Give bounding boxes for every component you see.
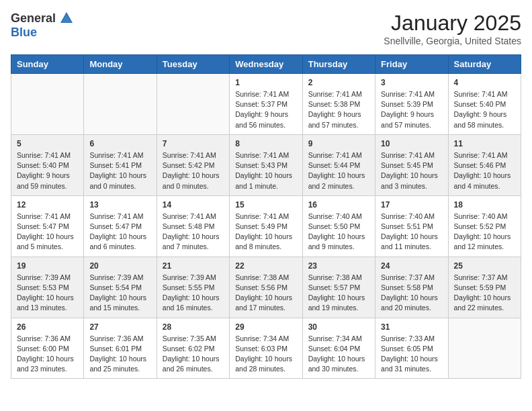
table-row: 15Sunrise: 7:41 AM Sunset: 5:49 PM Dayli… bbox=[230, 195, 302, 257]
day-info: Sunrise: 7:39 AM Sunset: 5:55 PM Dayligh… bbox=[163, 273, 224, 314]
title-block: January 2025 Snellville, Georgia, United… bbox=[384, 11, 521, 46]
day-info: Sunrise: 7:41 AM Sunset: 5:43 PM Dayligh… bbox=[235, 150, 296, 191]
day-info: Sunrise: 7:33 AM Sunset: 6:05 PM Dayligh… bbox=[381, 334, 442, 375]
day-number: 19 bbox=[17, 261, 78, 271]
table-row: 23Sunrise: 7:38 AM Sunset: 5:57 PM Dayli… bbox=[302, 257, 375, 318]
table-row: 30Sunrise: 7:34 AM Sunset: 6:04 PM Dayli… bbox=[302, 318, 375, 379]
day-info: Sunrise: 7:41 AM Sunset: 5:37 PM Dayligh… bbox=[235, 89, 296, 130]
table-row: 16Sunrise: 7:40 AM Sunset: 5:50 PM Dayli… bbox=[302, 195, 375, 257]
day-info: Sunrise: 7:35 AM Sunset: 6:02 PM Dayligh… bbox=[163, 334, 224, 375]
day-number: 24 bbox=[381, 261, 442, 271]
table-row: 26Sunrise: 7:36 AM Sunset: 6:00 PM Dayli… bbox=[11, 318, 84, 379]
day-number: 11 bbox=[454, 139, 515, 148]
table-row bbox=[11, 74, 84, 135]
day-info: Sunrise: 7:41 AM Sunset: 5:48 PM Dayligh… bbox=[163, 212, 224, 253]
day-info: Sunrise: 7:39 AM Sunset: 5:53 PM Dayligh… bbox=[17, 273, 78, 314]
day-number: 15 bbox=[235, 200, 296, 210]
day-number: 16 bbox=[308, 200, 369, 210]
table-row: 9Sunrise: 7:41 AM Sunset: 5:44 PM Daylig… bbox=[302, 134, 375, 195]
table-row: 31Sunrise: 7:33 AM Sunset: 6:05 PM Dayli… bbox=[375, 318, 448, 379]
logo-general-text: General bbox=[11, 11, 56, 26]
table-row bbox=[84, 74, 157, 135]
day-number: 23 bbox=[308, 261, 369, 271]
day-info: Sunrise: 7:41 AM Sunset: 5:40 PM Dayligh… bbox=[454, 89, 515, 130]
table-row: 2Sunrise: 7:41 AM Sunset: 5:38 PM Daylig… bbox=[302, 74, 375, 135]
day-number: 5 bbox=[17, 139, 78, 148]
table-row: 25Sunrise: 7:37 AM Sunset: 5:59 PM Dayli… bbox=[448, 257, 521, 318]
table-row: 1Sunrise: 7:41 AM Sunset: 5:37 PM Daylig… bbox=[230, 74, 302, 135]
day-info: Sunrise: 7:41 AM Sunset: 5:44 PM Dayligh… bbox=[308, 150, 369, 191]
day-number: 14 bbox=[163, 200, 224, 210]
logo: General Blue bbox=[11, 11, 74, 40]
day-number: 12 bbox=[17, 200, 78, 210]
day-info: Sunrise: 7:41 AM Sunset: 5:40 PM Dayligh… bbox=[17, 150, 78, 191]
day-info: Sunrise: 7:41 AM Sunset: 5:46 PM Dayligh… bbox=[454, 150, 515, 191]
day-number: 9 bbox=[308, 139, 369, 148]
day-number: 28 bbox=[163, 322, 224, 332]
day-number: 25 bbox=[454, 261, 515, 271]
day-info: Sunrise: 7:41 AM Sunset: 5:42 PM Dayligh… bbox=[163, 150, 224, 191]
table-row: 24Sunrise: 7:37 AM Sunset: 5:58 PM Dayli… bbox=[375, 257, 448, 318]
table-row: 10Sunrise: 7:41 AM Sunset: 5:45 PM Dayli… bbox=[375, 134, 448, 195]
day-info: Sunrise: 7:41 AM Sunset: 5:41 PM Dayligh… bbox=[89, 150, 150, 191]
day-number: 3 bbox=[381, 78, 442, 87]
day-info: Sunrise: 7:34 AM Sunset: 6:04 PM Dayligh… bbox=[308, 334, 369, 375]
header-tuesday: Tuesday bbox=[157, 55, 229, 74]
logo-icon bbox=[59, 11, 74, 26]
calendar-header-row: Sunday Monday Tuesday Wednesday Thursday… bbox=[11, 55, 521, 74]
day-info: Sunrise: 7:37 AM Sunset: 5:58 PM Dayligh… bbox=[381, 273, 442, 314]
day-info: Sunrise: 7:36 AM Sunset: 6:01 PM Dayligh… bbox=[89, 334, 150, 375]
logo-blue-text: Blue bbox=[11, 26, 37, 39]
table-row: 4Sunrise: 7:41 AM Sunset: 5:40 PM Daylig… bbox=[448, 74, 521, 135]
day-info: Sunrise: 7:41 AM Sunset: 5:38 PM Dayligh… bbox=[308, 89, 369, 130]
calendar-table: Sunday Monday Tuesday Wednesday Thursday… bbox=[11, 54, 521, 379]
table-row bbox=[448, 318, 521, 379]
day-info: Sunrise: 7:37 AM Sunset: 5:59 PM Dayligh… bbox=[454, 273, 515, 314]
day-number: 2 bbox=[308, 78, 369, 87]
day-number: 18 bbox=[454, 200, 515, 210]
location-text: Snellville, Georgia, United States bbox=[384, 36, 521, 46]
day-number: 7 bbox=[163, 139, 224, 148]
header-thursday: Thursday bbox=[302, 55, 375, 74]
day-number: 1 bbox=[235, 78, 296, 87]
table-row: 29Sunrise: 7:34 AM Sunset: 6:03 PM Dayli… bbox=[230, 318, 302, 379]
table-row: 19Sunrise: 7:39 AM Sunset: 5:53 PM Dayli… bbox=[11, 257, 84, 318]
header-friday: Friday bbox=[375, 55, 448, 74]
table-row: 6Sunrise: 7:41 AM Sunset: 5:41 PM Daylig… bbox=[84, 134, 157, 195]
day-info: Sunrise: 7:36 AM Sunset: 6:00 PM Dayligh… bbox=[17, 334, 78, 375]
day-info: Sunrise: 7:40 AM Sunset: 5:52 PM Dayligh… bbox=[454, 212, 515, 253]
page-header: General Blue January 2025 Snellville, Ge… bbox=[11, 11, 521, 46]
day-number: 17 bbox=[381, 200, 442, 210]
day-number: 21 bbox=[163, 261, 224, 271]
calendar-week-row: 1Sunrise: 7:41 AM Sunset: 5:37 PM Daylig… bbox=[11, 74, 521, 135]
day-info: Sunrise: 7:38 AM Sunset: 5:57 PM Dayligh… bbox=[308, 273, 369, 314]
day-info: Sunrise: 7:40 AM Sunset: 5:51 PM Dayligh… bbox=[381, 212, 442, 253]
day-info: Sunrise: 7:39 AM Sunset: 5:54 PM Dayligh… bbox=[89, 273, 150, 314]
day-number: 31 bbox=[381, 322, 442, 332]
table-row: 22Sunrise: 7:38 AM Sunset: 5:56 PM Dayli… bbox=[230, 257, 302, 318]
calendar-week-row: 26Sunrise: 7:36 AM Sunset: 6:00 PM Dayli… bbox=[11, 318, 521, 379]
day-number: 29 bbox=[235, 322, 296, 332]
table-row: 5Sunrise: 7:41 AM Sunset: 5:40 PM Daylig… bbox=[11, 134, 84, 195]
table-row: 28Sunrise: 7:35 AM Sunset: 6:02 PM Dayli… bbox=[157, 318, 229, 379]
table-row: 14Sunrise: 7:41 AM Sunset: 5:48 PM Dayli… bbox=[157, 195, 229, 257]
day-info: Sunrise: 7:41 AM Sunset: 5:47 PM Dayligh… bbox=[17, 212, 78, 253]
table-row: 3Sunrise: 7:41 AM Sunset: 5:39 PM Daylig… bbox=[375, 74, 448, 135]
day-number: 27 bbox=[89, 322, 150, 332]
header-wednesday: Wednesday bbox=[230, 55, 302, 74]
day-info: Sunrise: 7:40 AM Sunset: 5:50 PM Dayligh… bbox=[308, 212, 369, 253]
day-number: 20 bbox=[89, 261, 150, 271]
header-monday: Monday bbox=[84, 55, 157, 74]
table-row: 18Sunrise: 7:40 AM Sunset: 5:52 PM Dayli… bbox=[448, 195, 521, 257]
month-title: January 2025 bbox=[384, 11, 521, 36]
day-number: 6 bbox=[89, 139, 150, 148]
day-info: Sunrise: 7:34 AM Sunset: 6:03 PM Dayligh… bbox=[235, 334, 296, 375]
table-row: 12Sunrise: 7:41 AM Sunset: 5:47 PM Dayli… bbox=[11, 195, 84, 257]
table-row: 17Sunrise: 7:40 AM Sunset: 5:51 PM Dayli… bbox=[375, 195, 448, 257]
header-saturday: Saturday bbox=[448, 55, 521, 74]
day-number: 22 bbox=[235, 261, 296, 271]
day-number: 4 bbox=[454, 78, 515, 87]
day-number: 13 bbox=[89, 200, 150, 210]
table-row: 13Sunrise: 7:41 AM Sunset: 5:47 PM Dayli… bbox=[84, 195, 157, 257]
calendar-week-row: 5Sunrise: 7:41 AM Sunset: 5:40 PM Daylig… bbox=[11, 134, 521, 195]
